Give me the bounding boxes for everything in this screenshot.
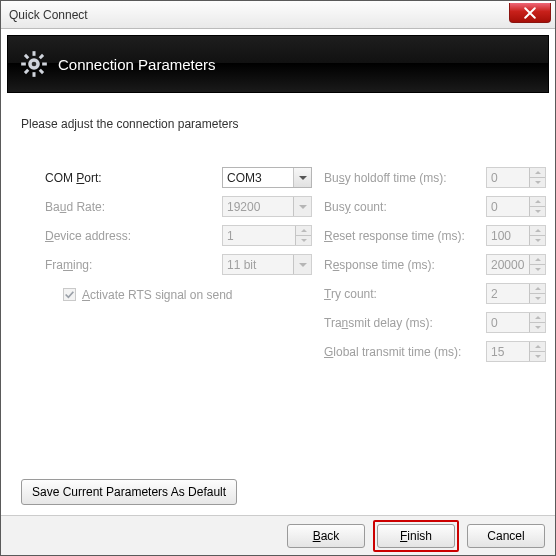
svg-rect-5 — [39, 54, 44, 59]
busy-holdoff-label: Busy holdoff time (ms): — [324, 171, 474, 185]
com-port-label: COM Port: — [45, 171, 210, 185]
baud-rate-label: Baud Rate: — [45, 200, 210, 214]
back-button[interactable]: Back — [287, 524, 365, 548]
busy-holdoff-spin: 0 — [486, 167, 546, 188]
svg-rect-3 — [21, 62, 26, 65]
response-time-spin: 20000 — [486, 254, 546, 275]
reset-response-spin: 100 — [486, 225, 546, 246]
svg-rect-1 — [32, 51, 35, 56]
dialog-window: Quick Connect Connection Parameters Plea… — [0, 0, 556, 556]
footer: Back Finish Cancel — [1, 515, 555, 555]
check-icon — [64, 289, 75, 300]
chevron-down-icon — [293, 168, 311, 187]
baud-rate-combo: 19200 — [222, 196, 312, 217]
content-area: Please adjust the connection parameters … — [1, 93, 555, 515]
titlebar: Quick Connect — [1, 1, 555, 29]
close-icon — [524, 7, 536, 19]
response-time-label: Response time (ms): — [324, 258, 474, 272]
chevron-down-icon — [293, 197, 311, 216]
busy-count-spin: 0 — [486, 196, 546, 217]
try-count-spin: 2 — [486, 283, 546, 304]
banner: Connection Parameters — [7, 35, 549, 93]
global-transmit-spin: 15 — [486, 341, 546, 362]
gear-icon — [20, 50, 48, 78]
framing-combo: 11 bit — [222, 254, 312, 275]
svg-rect-2 — [32, 72, 35, 77]
chevron-down-icon — [293, 255, 311, 274]
window-title: Quick Connect — [9, 8, 88, 22]
com-port-combo[interactable]: COM3 — [222, 167, 312, 188]
instruction-text: Please adjust the connection parameters — [21, 117, 535, 131]
device-address-spin: 1 — [222, 225, 312, 246]
save-default-button[interactable]: Save Current Parameters As Default — [21, 479, 237, 505]
device-address-label: Device address: — [45, 229, 210, 243]
close-button[interactable] — [509, 3, 551, 23]
framing-label: Framing: — [45, 258, 210, 272]
activate-rts-row: Activate RTS signal on send — [63, 288, 312, 302]
transmit-delay-label: Transmit delay (ms): — [324, 316, 474, 330]
svg-rect-6 — [24, 69, 29, 74]
svg-point-9 — [32, 62, 37, 67]
cancel-button[interactable]: Cancel — [467, 524, 545, 548]
svg-rect-8 — [39, 69, 44, 74]
svg-rect-7 — [24, 54, 29, 59]
activate-rts-checkbox — [63, 288, 76, 301]
transmit-delay-spin: 0 — [486, 312, 546, 333]
reset-response-label: Reset response time (ms): — [324, 229, 474, 243]
banner-title: Connection Parameters — [58, 56, 216, 73]
form-grid: COM Port: COM3 Busy holdoff time (ms): 0… — [45, 167, 535, 362]
svg-rect-4 — [42, 62, 47, 65]
global-transmit-label: Global transmit time (ms): — [324, 345, 474, 359]
finish-highlight: Finish — [373, 520, 459, 552]
activate-rts-label: Activate RTS signal on send — [82, 288, 233, 302]
try-count-label: Try count: — [324, 287, 474, 301]
busy-count-label: Busy count: — [324, 200, 474, 214]
finish-button[interactable]: Finish — [377, 524, 455, 548]
